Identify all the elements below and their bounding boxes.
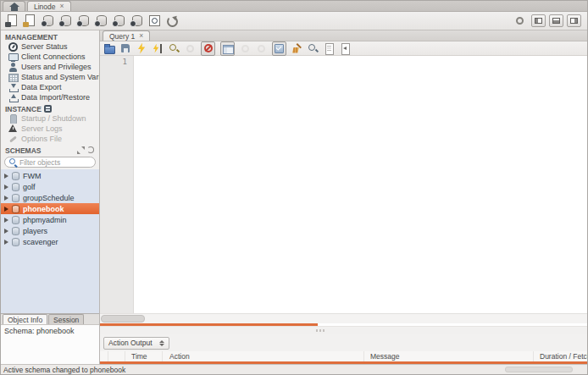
expand-arrow-icon[interactable]	[4, 196, 8, 201]
sidebar-item-label: Server Status	[21, 42, 68, 51]
expand-arrow-icon[interactable]	[4, 207, 8, 212]
schema-icon	[12, 216, 19, 224]
schema-row-phpmyadmin[interactable]: phpmyadmin	[1, 214, 99, 225]
sql-code-editor[interactable]: 1	[100, 56, 587, 313]
execute-current-icon[interactable]	[153, 43, 164, 54]
create-table-icon[interactable]	[58, 14, 72, 27]
mysql-workbench-window: Linode × MANAGEMENT Server S	[0, 0, 588, 375]
connections-icon	[8, 52, 18, 62]
create-view-icon[interactable]	[76, 14, 90, 27]
sidebar-item-client-connections[interactable]: Client Connections	[1, 52, 99, 62]
rollback-icon	[256, 43, 267, 54]
sql-text-area[interactable]	[134, 56, 587, 313]
create-function-icon[interactable]	[112, 14, 125, 27]
toggle-right-sidebar-button[interactable]	[567, 14, 581, 27]
open-script-icon[interactable]	[104, 43, 115, 54]
scrollbar-thumb[interactable]	[101, 315, 145, 323]
schema-row-scavenger[interactable]: scavenger	[1, 236, 99, 247]
schema-row-players[interactable]: players	[1, 225, 99, 236]
sql-editor-toolbar	[100, 41, 587, 56]
sidebar-item-server-status[interactable]: Server Status	[1, 41, 99, 52]
schema-icon	[12, 183, 19, 191]
instance-section-header: INSTANCE	[1, 102, 99, 113]
save-script-icon[interactable]	[120, 43, 131, 54]
object-info-text: Schema: phonebook	[4, 327, 75, 335]
toggle-output-area-button[interactable]	[549, 14, 563, 27]
status-circle-icon	[516, 17, 524, 25]
home-tab[interactable]	[3, 1, 25, 11]
stop-icon	[185, 43, 196, 54]
gauge-icon	[8, 42, 18, 52]
sidebar-item-data-import[interactable]: Data Import/Restore	[1, 92, 99, 102]
schema-filter-input[interactable]	[19, 158, 91, 167]
toggle-autocommit-button[interactable]	[272, 41, 286, 56]
sidebar-item-status-system-variables[interactable]: Status and System Variables	[1, 72, 99, 82]
word-wrap-icon[interactable]	[340, 43, 351, 54]
tab-query-1[interactable]: Query 1 ×	[103, 30, 150, 41]
action-output-header-row: Time Action Message Duration / Fetch	[100, 351, 587, 361]
schemas-section-header: SCHEMAS	[1, 144, 99, 155]
tab-object-info[interactable]: Object Info	[3, 314, 47, 324]
autocommit-icon	[274, 43, 285, 54]
editor-output-splitter[interactable]	[100, 326, 587, 334]
sidebar-item-server-logs[interactable]: Server Logs	[1, 124, 99, 134]
sidebar-item-users-privileges[interactable]: Users and Privileges	[1, 62, 99, 72]
invisible-characters-icon[interactable]	[324, 43, 335, 54]
create-procedure-icon[interactable]	[94, 14, 108, 27]
expand-schemas-icon[interactable]	[77, 146, 85, 154]
sidebar-item-data-export[interactable]: Data Export	[1, 82, 99, 92]
column-status	[100, 351, 108, 361]
schema-icon	[12, 194, 19, 202]
schema-row-groupschedule[interactable]: groupSchedule	[1, 192, 99, 203]
create-event-icon[interactable]	[130, 14, 143, 27]
wrench-icon	[8, 135, 18, 144]
explain-icon[interactable]	[169, 43, 180, 54]
toggle-stop-on-error-button[interactable]	[201, 41, 215, 56]
line-number: 1	[123, 58, 127, 66]
open-sql-script-icon[interactable]	[23, 14, 36, 27]
new-sql-tab-icon[interactable]	[5, 14, 19, 27]
sidebar-item-label: Startup / Shutdown	[21, 114, 86, 123]
output-selector-dropdown[interactable]: Action Output	[103, 337, 169, 350]
management-header-label: MANAGEMENT	[5, 33, 58, 41]
schema-name: phonebook	[23, 205, 64, 213]
expand-arrow-icon[interactable]	[4, 185, 8, 190]
close-connection-icon[interactable]: ×	[60, 3, 64, 10]
panel-controls	[516, 14, 583, 27]
reconnect-dbms-icon[interactable]	[165, 14, 179, 27]
expand-arrow-icon[interactable]	[4, 240, 8, 245]
expand-arrow-icon[interactable]	[4, 229, 8, 234]
search-table-data-icon[interactable]	[147, 14, 161, 27]
find-icon[interactable]	[308, 43, 319, 54]
schema-row-fwm[interactable]: FWM	[1, 170, 99, 181]
editor-horizontal-scrollbar[interactable]	[100, 313, 587, 323]
expand-arrow-icon[interactable]	[4, 174, 8, 179]
status-scrollbar-thumb[interactable]	[505, 367, 573, 372]
expand-arrow-icon[interactable]	[4, 218, 8, 223]
execute-icon[interactable]	[136, 43, 147, 54]
toggle-left-sidebar-button[interactable]	[531, 14, 546, 27]
beautify-icon[interactable]	[291, 43, 302, 54]
sidebar-item-options-file[interactable]: Options File	[1, 134, 99, 144]
result-grid-toggle-button[interactable]	[220, 41, 235, 56]
instance-header-label: INSTANCE	[5, 105, 42, 113]
column-time: Time	[125, 351, 163, 361]
schema-row-golf[interactable]: golf	[1, 181, 99, 192]
create-schema-icon[interactable]	[41, 14, 54, 27]
status-message: Active schema changed to phonebook	[3, 366, 125, 374]
close-query-tab-icon[interactable]: ×	[139, 32, 143, 40]
export-icon	[8, 83, 18, 92]
sidebar-item-startup-shutdown[interactable]: Startup / Shutdown	[1, 113, 99, 124]
home-icon	[9, 3, 19, 11]
schema-name: golf	[23, 183, 36, 191]
sidebar-item-label: Data Import/Restore	[21, 93, 90, 102]
refresh-schemas-icon[interactable]	[87, 146, 95, 154]
instance-icon	[44, 105, 52, 113]
schema-icon	[12, 227, 19, 235]
column-duration-fetch: Duration / Fetch	[534, 351, 587, 361]
tab-session[interactable]: Session	[48, 314, 84, 324]
schema-row-phonebook[interactable]: phonebook	[1, 203, 99, 214]
connection-tab-linode[interactable]: Linode ×	[27, 1, 71, 11]
schema-name: groupSchedule	[23, 194, 75, 202]
query-tab-label: Query 1	[109, 32, 135, 41]
